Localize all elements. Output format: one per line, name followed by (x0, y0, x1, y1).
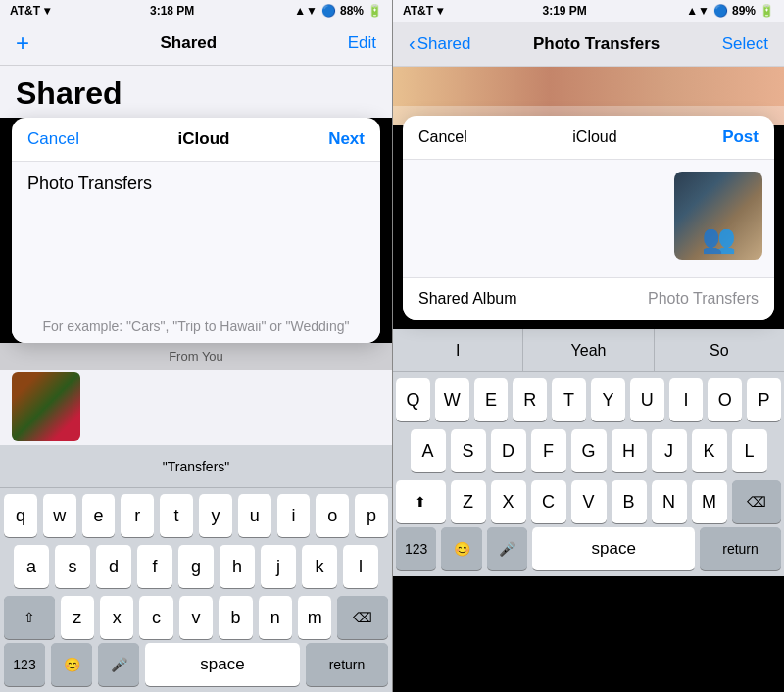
left-next-button[interactable]: Next (328, 129, 365, 149)
r-key-M[interactable]: M (692, 480, 727, 523)
right-return-button[interactable]: return (700, 527, 781, 570)
key-a[interactable]: a (14, 545, 49, 588)
left-keyboard: "Transfers" q w e r t y u i o p a s d f … (0, 445, 392, 692)
key-i[interactable]: i (277, 494, 311, 537)
key-d[interactable]: d (96, 545, 131, 588)
r-key-C[interactable]: C (531, 480, 566, 523)
r-key-T[interactable]: T (552, 378, 586, 421)
right-shift-button[interactable]: ⬆ (396, 480, 446, 523)
back-button[interactable]: ‹ Shared (409, 32, 471, 55)
key-g[interactable]: g (178, 545, 214, 588)
right-suggestion-1[interactable]: I (393, 329, 523, 371)
edit-button[interactable]: Edit (348, 33, 376, 53)
key-f[interactable]: f (137, 545, 172, 588)
left-emoji-button[interactable]: 😊 (51, 643, 92, 686)
r-key-G[interactable]: G (571, 429, 607, 472)
r-key-V[interactable]: V (571, 480, 607, 523)
right-space-button[interactable]: space (532, 527, 695, 570)
left-mic-button[interactable]: 🎤 (98, 643, 139, 686)
left-modal-body: Photo Transfers (12, 162, 380, 299)
r-key-S[interactable]: S (451, 429, 486, 472)
key-u[interactable]: u (238, 494, 271, 537)
r-key-U[interactable]: U (630, 378, 664, 421)
r-key-O[interactable]: O (708, 378, 742, 421)
album-name-field[interactable]: Photo Transfers (27, 173, 365, 194)
key-w[interactable]: w (43, 494, 76, 537)
right-time: 3:19 PM (542, 4, 586, 18)
key-y[interactable]: y (199, 494, 232, 537)
r-key-I[interactable]: I (669, 378, 704, 421)
r-key-L[interactable]: L (732, 429, 767, 472)
r-key-B[interactable]: B (612, 480, 647, 523)
r-key-N[interactable]: N (652, 480, 687, 523)
right-nav-bar: ‹ Shared Photo Transfers Select (393, 22, 784, 67)
right-phone-panel: AT&T ▾ 3:19 PM ▲▼ 🔵 89% 🔋 ‹ Shared Photo… (392, 0, 784, 692)
r-key-X[interactable]: X (491, 480, 526, 523)
chevron-left-icon: ‹ (409, 32, 416, 55)
key-c[interactable]: c (139, 596, 172, 639)
left-space-button[interactable]: space (145, 643, 300, 686)
key-x[interactable]: x (100, 596, 133, 639)
right-delete-button[interactable]: ⌫ (732, 480, 782, 523)
r-key-R[interactable]: R (513, 378, 547, 421)
r-key-K[interactable]: K (692, 429, 727, 472)
right-num-button[interactable]: 123 (396, 527, 436, 570)
r-key-Z[interactable]: Z (451, 480, 486, 523)
key-v[interactable]: v (179, 596, 213, 639)
r-key-Q[interactable]: Q (396, 378, 430, 421)
christmas-thumbnail[interactable] (12, 372, 80, 441)
r-key-F[interactable]: F (531, 429, 566, 472)
key-l[interactable]: l (343, 545, 378, 588)
left-bottom-row: 123 😊 🎤 space return (0, 643, 392, 692)
add-button[interactable]: + (16, 29, 29, 57)
left-cancel-button[interactable]: Cancel (27, 129, 79, 149)
r-key-W[interactable]: W (435, 378, 469, 421)
right-emoji-button[interactable]: 😊 (441, 527, 481, 570)
photo-thumbnail (674, 172, 762, 260)
select-button[interactable]: Select (722, 34, 768, 54)
left-battery-icon: 🔋 (368, 4, 382, 18)
right-modal-body (403, 160, 774, 277)
left-num-button[interactable]: 123 (4, 643, 45, 686)
right-carrier: AT&T (403, 4, 433, 18)
key-k[interactable]: k (302, 545, 337, 588)
right-mic-button[interactable]: 🎤 (487, 527, 527, 570)
key-o[interactable]: o (316, 494, 349, 537)
right-suggestion-3[interactable]: So (655, 329, 784, 371)
r-key-E[interactable]: E (474, 378, 509, 421)
key-j[interactable]: j (261, 545, 296, 588)
left-shift-button[interactable]: ⇧ (4, 596, 55, 639)
left-return-button[interactable]: return (306, 643, 388, 686)
right-row-3: ⬆ Z X C V B N M ⌫ (396, 480, 781, 523)
key-e[interactable]: e (82, 494, 116, 537)
r-key-A[interactable]: A (411, 429, 446, 472)
r-key-J[interactable]: J (652, 429, 687, 472)
r-key-P[interactable]: P (747, 378, 781, 421)
r-key-Y[interactable]: Y (591, 378, 625, 421)
right-row-1: Q W E R T Y U I O P (396, 378, 781, 421)
left-row-3: ⇧ z x c v b n m ⌫ (4, 596, 388, 639)
key-m[interactable]: m (298, 596, 331, 639)
right-cancel-button[interactable]: Cancel (418, 128, 467, 146)
r-key-D[interactable]: D (491, 429, 526, 472)
post-button[interactable]: Post (722, 127, 759, 147)
left-suggestion-1[interactable]: "Transfers" (0, 445, 392, 487)
key-h[interactable]: h (220, 545, 255, 588)
key-n[interactable]: n (259, 596, 292, 639)
right-suggestion-2[interactable]: Yeah (523, 329, 654, 371)
key-q[interactable]: q (4, 494, 37, 537)
key-r[interactable]: r (121, 494, 154, 537)
left-wifi-icon: ▾ (44, 4, 50, 18)
left-delete-button[interactable]: ⌫ (337, 596, 388, 639)
right-bluetooth-icon: 🔵 (713, 4, 728, 18)
key-b[interactable]: b (219, 596, 252, 639)
r-key-H[interactable]: H (612, 429, 647, 472)
key-t[interactable]: t (160, 494, 193, 537)
left-nav-title: Shared (161, 33, 218, 53)
right-key-rows: Q W E R T Y U I O P A S D F G H J K L (393, 372, 784, 527)
key-z[interactable]: z (61, 596, 94, 639)
key-s[interactable]: s (55, 545, 90, 588)
left-carrier: AT&T (10, 4, 40, 18)
key-p[interactable]: p (355, 494, 388, 537)
right-icloud-modal: Cancel iCloud Post Shared Album Photo Tr… (403, 116, 774, 320)
